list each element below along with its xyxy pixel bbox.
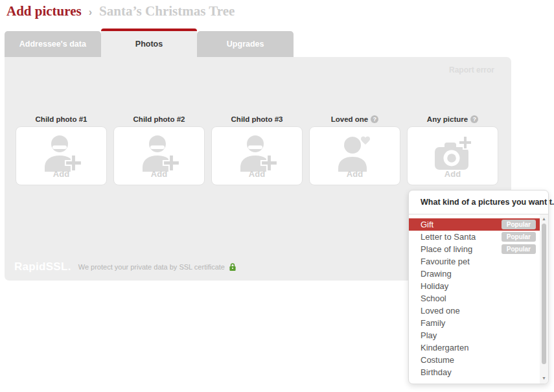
breadcrumb: Add pictures › Santa’s Christmas Tree	[6, 3, 235, 19]
add-photo-card[interactable]: Add	[16, 126, 107, 185]
dropdown-item-loved-one[interactable]: Loved one	[409, 305, 540, 317]
scrollbar-thumb[interactable]	[542, 224, 546, 364]
add-photo-card[interactable]: Add	[309, 126, 400, 185]
person-heart-icon	[334, 134, 376, 172]
add-photo-card[interactable]: Add	[113, 126, 205, 185]
photo-slot-child-photo-1: Child photo #1 Add	[16, 115, 107, 185]
slot-label: Child photo #1	[36, 115, 87, 123]
slot-label: Loved one	[331, 115, 369, 123]
breadcrumb-separator-icon: ›	[89, 6, 92, 18]
add-label: Add	[310, 169, 400, 179]
dropdown-item-label: Costume	[421, 355, 454, 365]
photo-slot-any-picture: Any picture ? Add	[407, 115, 498, 185]
picture-kind-dropdown: What kind of a pictures you want t... ▲ …	[408, 190, 549, 384]
ssl-protect-text: We protect your private data by SSL cert…	[78, 263, 225, 271]
lock-icon	[229, 262, 237, 271]
add-photo-card[interactable]: Add	[407, 126, 498, 185]
report-error-link[interactable]: Raport error	[449, 65, 494, 75]
add-label: Add	[408, 169, 498, 179]
photo-slot-loved-one: Loved one ? Add	[309, 115, 400, 185]
scroll-down-icon[interactable]: ▼	[540, 375, 548, 382]
scroll-up-icon[interactable]: ▲	[540, 216, 548, 222]
tab-label: Upgrades	[227, 40, 264, 49]
dropdown-item-label: Family	[421, 318, 445, 328]
dropdown-item-family[interactable]: Family	[409, 317, 540, 329]
dropdown-item-costume[interactable]: Costume	[409, 354, 540, 366]
add-label: Add	[114, 169, 204, 179]
dropdown-item-label: Kindergarten	[421, 343, 468, 352]
dropdown-item-label: Holiday	[421, 281, 448, 291]
dropdown-item-label: Gift	[421, 220, 433, 229]
help-icon[interactable]: ?	[470, 115, 478, 123]
dropdown-items: Gift Popular Letter to Santa Popular Pla…	[409, 218, 540, 378]
dropdown-item-label: Favourite pet	[421, 257, 470, 266]
dropdown-item-label: Birthday	[421, 367, 452, 377]
add-label: Add	[212, 169, 302, 179]
dropdown-item-school[interactable]: School	[409, 292, 540, 305]
rapidssl-logo: RapidSSL.	[14, 260, 71, 273]
dropdown-item-label: Play	[421, 330, 437, 340]
dropdown-item-play[interactable]: Play	[409, 329, 540, 341]
tab-addressee-s-data[interactable]: Addressee's data	[5, 31, 101, 57]
tab-bar: Addressee's dataPhotosUpgrades	[5, 29, 294, 57]
dropdown-scrollbar[interactable]: ▲ ▼	[540, 214, 548, 384]
dropdown-item-gift[interactable]: Gift Popular	[409, 218, 540, 231]
dropdown-item-label: Drawing	[421, 269, 452, 279]
tab-upgrades[interactable]: Upgrades	[197, 31, 294, 57]
slot-label: Child photo #3	[231, 115, 283, 123]
dropdown-header[interactable]: What kind of a pictures you want t... ▲	[409, 190, 548, 214]
person-add-icon	[41, 134, 82, 172]
dropdown-item-label: Letter to Santa	[421, 232, 476, 242]
photo-slot-child-photo-3: Child photo #3 Add	[211, 115, 303, 185]
camera-add-icon	[432, 134, 474, 172]
photo-slots-row: Child photo #1 Add Child photo #2	[16, 115, 498, 185]
add-photo-card[interactable]: Add	[211, 126, 303, 185]
tab-label: Photos	[135, 40, 163, 49]
tab-label: Addressee's data	[19, 40, 86, 49]
popular-badge: Popular	[502, 220, 536, 229]
person-add-icon	[237, 134, 278, 172]
popular-badge: Popular	[502, 232, 536, 242]
dropdown-item-letter-to-santa[interactable]: Letter to Santa Popular	[409, 231, 540, 243]
dropdown-header-label: What kind of a pictures you want t...	[421, 198, 554, 207]
dropdown-item-place-of-living[interactable]: Place of living Popular	[409, 243, 540, 255]
dropdown-item-label: Loved one	[421, 306, 460, 316]
dropdown-item-label: Place of living	[421, 244, 472, 254]
slot-label: Child photo #2	[133, 115, 185, 123]
help-icon[interactable]: ?	[371, 115, 378, 123]
dropdown-item-birthday[interactable]: Birthday	[409, 366, 540, 378]
dropdown-item-holiday[interactable]: Holiday	[409, 280, 540, 292]
photo-slot-child-photo-2: Child photo #2 Add	[113, 115, 205, 185]
ssl-footer: RapidSSL. We protect your private data b…	[14, 260, 237, 273]
popular-badge: Popular	[502, 244, 536, 254]
dropdown-item-kindergarten[interactable]: Kindergarten	[409, 341, 540, 354]
add-label: Add	[16, 169, 106, 179]
dropdown-item-drawing[interactable]: Drawing	[409, 268, 540, 280]
page-title[interactable]: Add pictures	[6, 3, 82, 19]
breadcrumb-subtitle: Santa’s Christmas Tree	[99, 3, 235, 19]
tab-photos[interactable]: Photos	[101, 29, 198, 57]
dropdown-item-favourite-pet[interactable]: Favourite pet	[409, 255, 540, 268]
person-add-icon	[139, 134, 180, 172]
dropdown-item-label: School	[421, 294, 446, 303]
dropdown-list: Gift Popular Letter to Santa Popular Pla…	[409, 214, 548, 384]
slot-label: Any picture	[427, 115, 468, 123]
